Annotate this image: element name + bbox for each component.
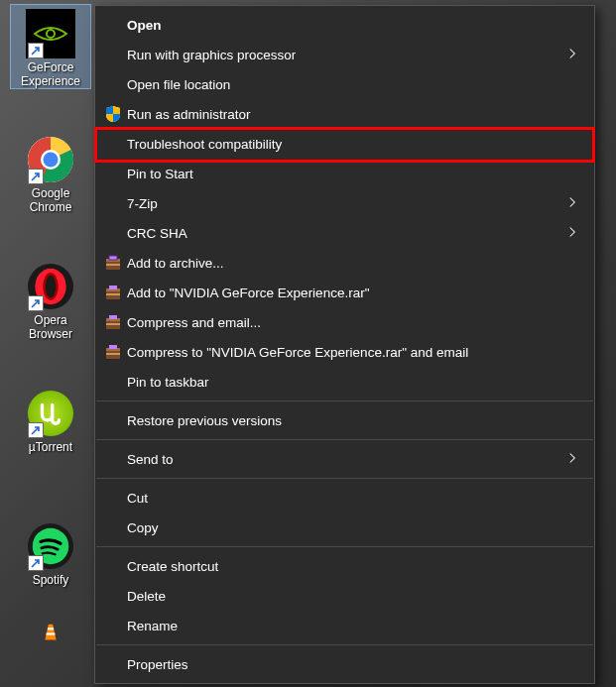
svg-rect-25 [109, 345, 117, 349]
chevron-right-icon [568, 452, 580, 467]
desktop-icon-spotify[interactable]: Spotify [10, 517, 91, 603]
desktop-icon-opera[interactable]: Opera Browser [10, 258, 91, 343]
chevron-right-icon [568, 48, 580, 62]
menu-item-open-location[interactable]: Open file location [95, 69, 594, 99]
menu-item-run-graphics[interactable]: Run with graphics processor [95, 40, 594, 69]
shortcut-arrow-icon [28, 422, 44, 438]
svg-rect-26 [106, 353, 120, 355]
icon-label: Spotify [33, 573, 69, 587]
vlc-cone-icon [28, 623, 73, 642]
menu-item-restore-versions[interactable]: Restore previous versions [95, 405, 594, 435]
svg-point-3 [44, 153, 59, 168]
shortcut-arrow-icon [28, 295, 44, 311]
menu-separator [96, 439, 593, 440]
menu-item-crc-sha[interactable]: CRC SHA [95, 218, 594, 248]
menu-item-compress-rar-email[interactable]: Compress to "NVIDIA GeForce Experience.r… [95, 337, 594, 367]
menu-item-copy[interactable]: Copy [95, 513, 594, 542]
svg-rect-14 [106, 264, 120, 266]
menu-item-add-archive[interactable]: Add to archive... [95, 248, 594, 278]
menu-item-run-admin[interactable]: Run as administrator [95, 99, 594, 129]
svg-rect-22 [106, 323, 120, 325]
desktop-icon-vlc-partial[interactable] [10, 623, 91, 642]
desktop-icon-geforce[interactable]: GeForce Experience [10, 4, 91, 89]
chevron-right-icon [568, 226, 580, 241]
menu-item-add-to-rar[interactable]: Add to "NVIDIA GeForce Experience.rar" [95, 278, 594, 307]
shortcut-arrow-icon [28, 169, 44, 184]
svg-rect-17 [109, 286, 117, 289]
icon-label: Opera Browser [29, 313, 72, 341]
svg-rect-8 [48, 628, 54, 630]
svg-point-6 [46, 276, 56, 298]
icon-label: Google Chrome [30, 186, 72, 214]
menu-separator [96, 478, 593, 479]
shortcut-arrow-icon [28, 43, 44, 58]
svg-rect-21 [109, 315, 117, 319]
svg-point-0 [47, 30, 55, 38]
menu-item-pin-start[interactable]: Pin to Start [95, 159, 594, 188]
menu-item-create-shortcut[interactable]: Create shortcut [95, 551, 594, 581]
menu-item-compress-email[interactable]: Compress and email... [95, 307, 594, 337]
desktop-icons-column: GeForce Experience Google Chrome [10, 4, 91, 684]
icon-label: µTorrent [29, 440, 72, 454]
shortcut-arrow-icon [28, 555, 44, 571]
chevron-right-icon [568, 196, 580, 211]
menu-item-cut[interactable]: Cut [95, 483, 594, 513]
menu-separator [96, 401, 593, 401]
svg-rect-12 [109, 256, 117, 260]
menu-separator [96, 546, 593, 547]
menu-item-rename[interactable]: Rename [95, 611, 594, 640]
winrar-icon [103, 283, 123, 302]
icon-label: GeForce Experience [21, 60, 80, 88]
winrar-icon [103, 342, 123, 362]
svg-rect-18 [106, 293, 120, 295]
svg-rect-9 [47, 632, 56, 634]
menu-item-send-to[interactable]: Send to [95, 444, 594, 474]
context-menu: Open Run with graphics processor Open fi… [94, 5, 595, 684]
menu-separator [96, 644, 593, 645]
menu-item-7zip[interactable]: 7-Zip [95, 188, 594, 218]
menu-item-troubleshoot[interactable]: Troubleshoot compatibility [95, 129, 594, 159]
desktop-icon-chrome[interactable]: Google Chrome [10, 131, 91, 216]
winrar-icon [103, 312, 123, 332]
uac-shield-icon [103, 104, 123, 124]
menu-item-delete[interactable]: Delete [95, 581, 594, 611]
menu-item-pin-taskbar[interactable]: Pin to taskbar [95, 367, 594, 397]
winrar-icon [103, 253, 123, 273]
menu-item-open[interactable]: Open [95, 10, 594, 40]
menu-item-properties[interactable]: Properties [95, 649, 594, 679]
desktop-icon-utorrent[interactable]: µTorrent [10, 385, 91, 470]
